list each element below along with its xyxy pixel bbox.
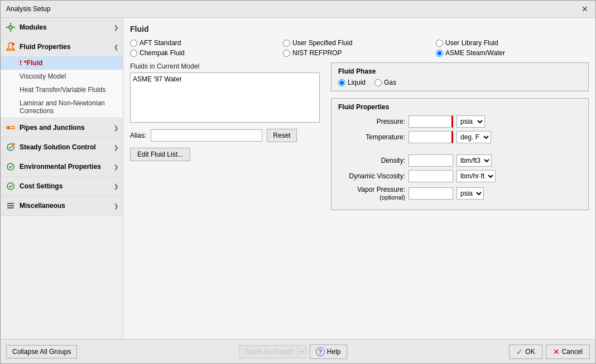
misc-icon	[5, 200, 16, 211]
sidebar-group-cost-header[interactable]: Cost Settings ❯	[1, 177, 123, 196]
dynamic-viscosity-unit-select[interactable]: lbm/hr·ft cP Pa·s	[456, 170, 496, 182]
env-chevron: ❯	[114, 164, 118, 170]
sidebar-group-modules-header[interactable]: Modules ❯	[1, 18, 123, 37]
main-content: Modules ❯ ! Fluid	[1, 18, 595, 339]
env-icon	[5, 161, 16, 172]
steady-solution-label: Steady Solution Control	[20, 143, 114, 151]
density-unit-select[interactable]: lbm/ft3 kg/m3	[456, 154, 492, 167]
sidebar-group-pipes-header[interactable]: ! Pipes and Junctions ❯	[1, 118, 123, 137]
fluid-phase-box: Fluid Phase Liquid Gas	[331, 62, 589, 91]
radio-asme[interactable]: ASME Steam/Water	[436, 49, 589, 57]
fluid-properties-chevron: ❮	[114, 44, 118, 50]
svg-rect-1	[10, 23, 11, 25]
miscellaneous-label: Miscellaneous	[20, 202, 114, 210]
cost-settings-label: Cost Settings	[20, 182, 114, 190]
panel-title: Fluid	[130, 25, 589, 33]
alias-row: Alias: Reset	[130, 129, 320, 142]
radio-aft-standard[interactable]: AFT Standard	[130, 39, 283, 47]
temperature-label: Temperature:	[338, 133, 405, 141]
radio-liquid-input[interactable]	[338, 79, 345, 86]
prop-row-pressure: Pressure: psia bar kPa MPa atm	[338, 115, 581, 128]
fluid-options: AFT Standard User Specified Fluid User L…	[130, 39, 589, 57]
sidebar-item-heat-transfer[interactable]: Heat Transfer/Variable Fluids	[1, 83, 123, 96]
pressure-label: Pressure:	[338, 118, 405, 125]
radio-gas-input[interactable]	[374, 79, 382, 86]
sidebar-item-viscosity[interactable]: Viscosity Model	[1, 70, 123, 83]
cancel-button[interactable]: ✕ Cancel	[546, 344, 590, 359]
vapor-pressure-unit-select[interactable]: psia bar kPa	[456, 187, 484, 200]
help-button[interactable]: ? Help	[310, 344, 347, 359]
radio-aft-standard-input[interactable]	[130, 40, 137, 47]
sidebar-group-steady-header[interactable]: ! Steady Solution Control ❯	[1, 138, 123, 157]
window-title: Analysis Setup	[6, 5, 50, 13]
check-icon: ✓	[516, 347, 523, 356]
fluids-left: Fluids in Current Model ASME '97 Water A…	[130, 62, 320, 210]
temperature-input[interactable]	[408, 131, 453, 143]
svg-rect-20	[7, 207, 14, 208]
dynamic-viscosity-label: Dynamic Viscosity:	[338, 172, 405, 180]
pressure-unit-select[interactable]: psia bar kPa MPa atm	[456, 115, 485, 128]
radio-gas[interactable]: Gas	[374, 79, 396, 86]
edit-fluid-button[interactable]: Edit Fluid List...	[130, 148, 190, 161]
sidebar-group-cost: Cost Settings ❯	[1, 177, 123, 196]
steady-chevron: ❯	[114, 144, 118, 151]
right-panel: Fluid AFT Standard User Specified Fluid …	[123, 18, 595, 339]
pressure-input[interactable]	[408, 115, 453, 128]
radio-nist[interactable]: NIST REFPROP	[283, 49, 436, 57]
collapse-all-button[interactable]: Collapse All Groups	[6, 345, 77, 358]
vapor-pressure-input[interactable]	[408, 187, 453, 200]
fluids-section: Fluids in Current Model ASME '97 Water A…	[130, 62, 589, 210]
fluids-textarea[interactable]: ASME '97 Water	[130, 72, 320, 123]
solution-icon: !	[5, 142, 16, 153]
bottom-left: Collapse All Groups	[6, 345, 77, 358]
same-as-parent-button[interactable]: Same As Parent	[239, 345, 297, 358]
sidebar-group-env-header[interactable]: Environmental Properties ❯	[1, 157, 123, 176]
sidebar-group-steady: ! Steady Solution Control ❯	[1, 138, 123, 157]
radio-user-specified-input[interactable]	[283, 40, 290, 47]
radio-user-specified[interactable]: User Specified Fluid	[283, 39, 436, 47]
radio-nist-input[interactable]	[283, 50, 290, 57]
radio-asme-input[interactable]	[436, 50, 443, 57]
sidebar-item-fluid[interactable]: !*Fluid	[1, 56, 123, 70]
reset-button[interactable]: Reset	[267, 129, 296, 142]
phase-options: Liquid Gas	[338, 79, 581, 86]
radio-user-library[interactable]: User Library Fluid	[436, 39, 589, 47]
bottom-right: ✓ OK ✕ Cancel	[509, 344, 590, 359]
title-bar: Analysis Setup ✕	[1, 1, 595, 18]
misc-chevron: ❯	[114, 203, 118, 209]
sidebar-group-misc-header[interactable]: Miscellaneous ❯	[1, 196, 123, 215]
fluid-props-title: Fluid Properties	[338, 103, 581, 111]
radio-chempak-input[interactable]	[130, 50, 137, 57]
fluids-right: Fluid Phase Liquid Gas	[331, 62, 589, 210]
radio-chempak[interactable]: Chempak Fluid	[130, 49, 283, 57]
density-label: Density:	[338, 157, 405, 164]
ok-button[interactable]: ✓ OK	[509, 344, 542, 359]
cost-icon	[5, 181, 16, 192]
prop-row-temperature: Temperature: deg. F deg. C K R	[338, 131, 581, 143]
temperature-unit-select[interactable]: deg. F deg. C K R	[456, 131, 491, 143]
close-button[interactable]: ✕	[580, 4, 590, 14]
sidebar-group-modules: Modules ❯	[1, 18, 123, 37]
prop-row-density: Density: lbm/ft3 kg/m3	[338, 154, 581, 167]
sidebar-group-fluid-header[interactable]: ! Fluid Properties ❮	[1, 37, 123, 56]
analysis-setup-window: Analysis Setup ✕ M	[0, 0, 596, 364]
pipe-icon: !	[5, 122, 16, 133]
radio-user-library-input[interactable]	[436, 40, 443, 47]
svg-point-0	[9, 26, 12, 29]
fluid-props-box: Fluid Properties Pressure: psia bar kPa …	[331, 98, 589, 210]
same-as-parent-dropdown[interactable]: ▾	[297, 345, 306, 358]
sidebar-group-pipes: ! Pipes and Junctions ❯	[1, 118, 123, 138]
svg-text:!: !	[8, 127, 8, 129]
svg-rect-18	[7, 203, 14, 204]
x-icon: ✕	[553, 347, 560, 356]
cost-chevron: ❯	[114, 183, 118, 190]
radio-liquid[interactable]: Liquid	[338, 79, 366, 86]
svg-rect-4	[13, 27, 15, 28]
help-icon: ?	[316, 347, 325, 356]
density-input[interactable]	[408, 154, 453, 167]
alias-input[interactable]	[151, 129, 262, 142]
modules-label: Modules	[20, 23, 114, 31]
dynamic-viscosity-input[interactable]	[408, 170, 453, 182]
sidebar-item-laminar[interactable]: Laminar and Non-Newtonian Corrections	[1, 96, 123, 118]
pipes-junctions-label: Pipes and Junctions	[20, 124, 114, 132]
